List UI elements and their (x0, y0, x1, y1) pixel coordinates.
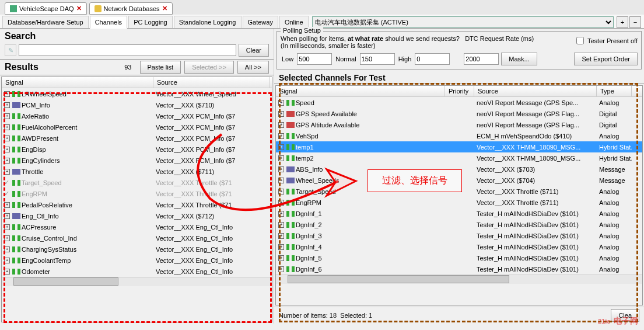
expand-icon[interactable]: + (278, 189, 284, 194)
table-row[interactable]: +ThrottleVector__XXX ($711) (2, 166, 272, 177)
expand-icon[interactable]: + (278, 255, 284, 261)
set-export-order-button[interactable]: Set Export Order (574, 53, 638, 65)
expand-icon[interactable]: + (278, 166, 284, 172)
horizontal-scrollbar[interactable] (276, 275, 642, 284)
expand-icon[interactable]: + (278, 144, 284, 150)
expand-icon[interactable]: + (4, 213, 10, 219)
expand-icon[interactable]: + (278, 244, 284, 250)
profile-dropdown[interactable]: 电动汽车电池数据采集 (ACTIVE) (312, 16, 614, 28)
window-tab-vehiclescape[interactable]: VehicleScape DAQ ✕ (5, 2, 87, 15)
clear-button[interactable]: Clear (239, 44, 269, 57)
expand-icon[interactable]: + (4, 224, 10, 230)
tab-online[interactable]: Online (279, 16, 309, 28)
expand-icon[interactable]: + (278, 111, 284, 117)
low-input[interactable] (297, 53, 332, 65)
tester-present-checkbox[interactable]: Tester Present off (574, 35, 638, 46)
table-row[interactable]: +OdometerVector__XXX Eng_Ctl_Info (2, 266, 272, 277)
table-row[interactable]: +Cruise_Control_IndVector__XXX Eng_Ctl_I… (2, 232, 272, 244)
expand-icon[interactable]: + (4, 124, 10, 130)
col-priority[interactable]: Priority (445, 86, 474, 96)
expand-icon[interactable]: + (278, 233, 284, 239)
high-input[interactable] (415, 53, 450, 65)
expand-icon[interactable]: + (4, 147, 10, 152)
tab-database-hardware[interactable]: Database/Hardware Setup (2, 16, 89, 28)
normal-input[interactable] (360, 53, 395, 65)
table-row[interactable]: +DgnInf_3Tester_H mAllNodHSDiaDev ($101)… (276, 230, 642, 241)
table-row[interactable]: +EngRPMVector__XXX Throttle ($711)Analog (276, 197, 642, 208)
paste-list-button[interactable]: Paste list (140, 61, 181, 74)
table-row[interactable]: +EngCylindersVector__XXX PCM_Info ($7 (2, 155, 272, 166)
table-row[interactable]: +DgnInf_6Tester_H mAllNodHSDiaDev ($101)… (276, 263, 642, 275)
dtc-rate-input[interactable] (464, 53, 499, 65)
horizontal-scrollbar[interactable] (2, 277, 272, 286)
expand-icon[interactable]: + (4, 246, 10, 252)
col-signal[interactable]: Signal (276, 86, 445, 96)
tab-standalone-logging[interactable]: Standalone Logging (174, 16, 242, 28)
expand-icon[interactable]: + (4, 269, 10, 275)
table-row[interactable]: +SpeedneoVI Report Message (GPS Spe...An… (276, 97, 642, 108)
expand-icon[interactable]: + (4, 102, 10, 108)
selected-button[interactable]: Selected >> (184, 61, 234, 74)
table-row[interactable]: +AWDPresentVector__XXX PCM_Info ($7 (2, 133, 272, 144)
expand-icon[interactable]: + (278, 133, 284, 139)
expand-icon[interactable]: + (278, 155, 284, 161)
table-row[interactable]: +temp1Vector__XXX THMM_18090_MSG...Hybri… (276, 141, 642, 152)
table-row[interactable]: ✓Target_SpeedVector__XXX Throttle ($71 (2, 177, 272, 188)
close-icon[interactable]: ✕ (76, 5, 82, 12)
table-row[interactable]: +DgnInf_1Tester_H mAllNodHSDiaDev ($101)… (276, 208, 642, 219)
close-icon[interactable]: ✕ (162, 5, 167, 12)
expand-icon[interactable]: + (278, 100, 284, 106)
col-source[interactable]: Source (474, 86, 597, 96)
mask-button[interactable]: Mask... (501, 53, 537, 65)
table-row[interactable]: +PCM_InfoVector__XXX ($710) (2, 99, 272, 110)
expand-icon[interactable]: + (278, 178, 284, 183)
table-row[interactable]: +GPS Altitude AvailableneoVI Report Mess… (276, 119, 642, 130)
add-profile-button[interactable]: + (617, 16, 628, 28)
search-icon[interactable]: ✎ (5, 44, 16, 56)
signal-type: Analog (597, 99, 632, 107)
tab-gateway[interactable]: Gateway (243, 16, 278, 28)
expand-icon[interactable]: + (4, 235, 10, 241)
expand-icon[interactable]: + (278, 200, 284, 206)
table-row[interactable]: +ACPressureVector__XXX Eng_Ctl_Info (2, 221, 272, 232)
table-row[interactable]: ✓EngRPMVector__XXX Throttle ($71 (2, 188, 272, 199)
all-button[interactable]: All >> (237, 61, 269, 74)
table-row[interactable]: +GPS Speed AvailableneoVI Report Message… (276, 108, 642, 119)
expand-icon[interactable]: + (278, 266, 284, 272)
table-row[interactable]: +temp2Vector__XXX THMM_18090_MSG...Hybri… (276, 152, 642, 164)
col-source[interactable]: Source (153, 77, 270, 88)
remove-profile-button[interactable]: − (629, 16, 641, 28)
table-row[interactable]: +DgnInf_2Tester_H mAllNodHSDiaDev ($101)… (276, 219, 642, 230)
expand-icon[interactable]: + (278, 211, 284, 217)
col-type[interactable]: Type (597, 86, 632, 96)
table-row[interactable]: +DgnInf_5Tester_H mAllNodHSDiaDev ($101)… (276, 252, 642, 263)
expand-icon[interactable]: + (4, 169, 10, 175)
analog-signal-icon (12, 191, 20, 197)
tab-channels[interactable]: Channels (90, 16, 127, 29)
table-row[interactable]: +Eng_Ctl_InfoVector__XXX ($712) (2, 210, 272, 221)
table-row[interactable]: +EngCoolantTempVector__XXX Eng_Ctl_Info (2, 255, 272, 266)
tab-pc-logging[interactable]: PC Logging (128, 16, 173, 28)
expand-icon[interactable]: + (4, 113, 10, 119)
selected-channels-table[interactable]: Signal Priority Source Type +SpeedneoVI … (275, 85, 643, 305)
table-row[interactable]: +DgnInf_4Tester_H mAllNodHSDiaDev ($101)… (276, 241, 642, 252)
table-row[interactable]: +PedalPosRelativeVector__XXX Throttle ($… (2, 199, 272, 210)
results-table[interactable]: Signal Source +LRWheelSpeedVector__XXX W… (1, 77, 272, 322)
expand-icon[interactable]: + (4, 91, 10, 97)
table-row[interactable]: +VehSpdECM_H mVehSpeandOdo ($410)Analog (276, 130, 642, 141)
expand-icon[interactable]: + (4, 202, 10, 208)
expand-icon[interactable]: + (4, 136, 10, 141)
table-row[interactable]: +AxleRatioVector__XXX PCM_Info ($7 (2, 110, 272, 121)
expand-icon[interactable]: + (4, 158, 10, 164)
window-tab-networkdb[interactable]: Network Databases ✕ (89, 2, 173, 15)
search-input[interactable] (19, 44, 236, 56)
signal-source: Tester_H mAllNodHSDiaDev ($101) (474, 265, 597, 273)
expand-icon[interactable]: + (278, 222, 284, 228)
table-row[interactable]: +FuelAlcoholPercentVector__XXX PCM_Info … (2, 121, 272, 133)
expand-icon[interactable]: + (4, 258, 10, 263)
table-row[interactable]: +EngDispVector__XXX PCM_Info ($7 (2, 144, 272, 155)
expand-icon[interactable]: + (278, 122, 284, 128)
col-signal[interactable]: Signal (2, 77, 153, 88)
table-row[interactable]: +LRWheelSpeedVector__XXX Wheel_Speed (2, 88, 272, 99)
table-row[interactable]: +ChargingSysStatusVector__XXX Eng_Ctl_In… (2, 244, 272, 255)
